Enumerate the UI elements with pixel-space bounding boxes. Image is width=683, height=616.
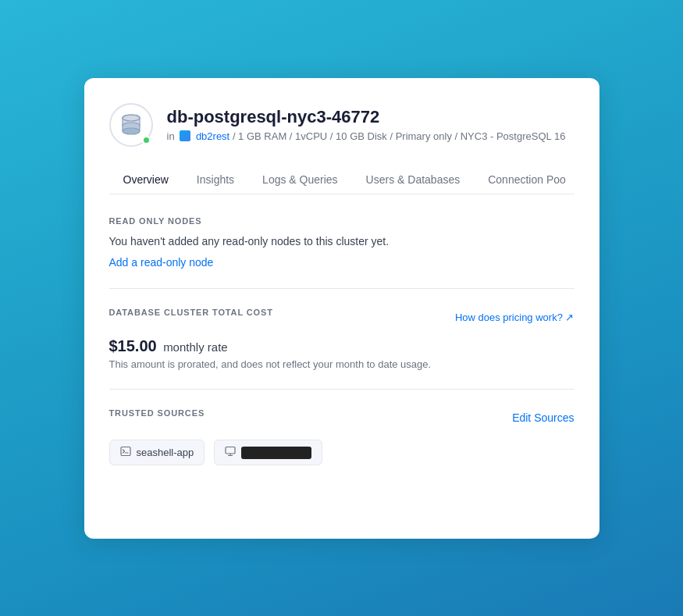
add-read-only-node-link[interactable]: Add a read-only node: [109, 256, 214, 269]
trusted-sources-title: TRUSTED SOURCES: [109, 408, 205, 418]
sources-list: seashell-app: [109, 440, 575, 465]
cost-note: This amount is prorated, and does not re…: [109, 358, 575, 370]
cost-section: DATABASE CLUSTER TOTAL COST How does pri…: [109, 308, 575, 370]
tab-users[interactable]: Users & Databases: [352, 166, 475, 195]
cost-section-title: DATABASE CLUSTER TOTAL COST: [109, 308, 273, 317]
team-link[interactable]: db2rest: [196, 130, 229, 142]
read-only-nodes-section: READ ONLY NODES You haven't added any re…: [109, 216, 575, 269]
team-prefix: in: [167, 130, 175, 142]
divider-1: [109, 288, 575, 289]
read-only-nodes-title: READ ONLY NODES: [109, 216, 575, 226]
trusted-sources-header: TRUSTED SOURCES Edit Sources: [109, 408, 575, 427]
tab-connection[interactable]: Connection Poo: [474, 166, 574, 195]
cost-header: DATABASE CLUSTER TOTAL COST How does pri…: [109, 308, 575, 326]
svg-point-4: [123, 128, 140, 134]
tabs-nav: Overview Insights Logs & Queries Users &…: [109, 166, 575, 195]
db-header: db-postgresql-nyc3-46772 in db2rest / 1 …: [109, 103, 575, 147]
divider-2: [109, 389, 575, 390]
team-icon: [180, 130, 190, 141]
tab-logs[interactable]: Logs & Queries: [248, 166, 352, 195]
source-seashell: seashell-app: [109, 440, 205, 465]
redacted-label: [241, 447, 311, 459]
source-redacted: [214, 440, 322, 465]
cost-amount: $15.00: [109, 337, 157, 354]
db-title: db-postgresql-nyc3-46772: [167, 107, 566, 127]
meta-specs: / 1 GB RAM / 1vCPU / 10 GB Disk / Primar…: [233, 130, 565, 142]
tab-overview[interactable]: Overview: [109, 166, 183, 195]
tab-insights[interactable]: Insights: [183, 166, 248, 195]
main-card: db-postgresql-nyc3-46772 in db2rest / 1 …: [84, 78, 599, 539]
svg-rect-10: [226, 447, 235, 454]
cost-period: monthly rate: [163, 340, 228, 354]
db-meta: in db2rest / 1 GB RAM / 1vCPU / 10 GB Di…: [167, 130, 566, 143]
source-seashell-label: seashell-app: [137, 447, 194, 458]
read-only-nodes-empty-msg: You haven't added any read-only nodes to…: [109, 235, 575, 247]
status-dot: [142, 136, 151, 144]
pricing-link[interactable]: How does pricing work? ↗: [455, 312, 575, 323]
db-icon-wrap: [109, 103, 153, 147]
trusted-sources-section: TRUSTED SOURCES Edit Sources seashell-ap…: [109, 408, 575, 465]
svg-rect-8: [121, 447, 130, 456]
edit-sources-link[interactable]: Edit Sources: [512, 411, 574, 424]
terminal-icon: [120, 446, 131, 459]
monitor-icon: [225, 446, 236, 459]
cost-amount-row: $15.00 monthly rate: [109, 337, 575, 355]
db-info: db-postgresql-nyc3-46772 in db2rest / 1 …: [167, 107, 566, 143]
database-svg-icon: [118, 112, 144, 138]
